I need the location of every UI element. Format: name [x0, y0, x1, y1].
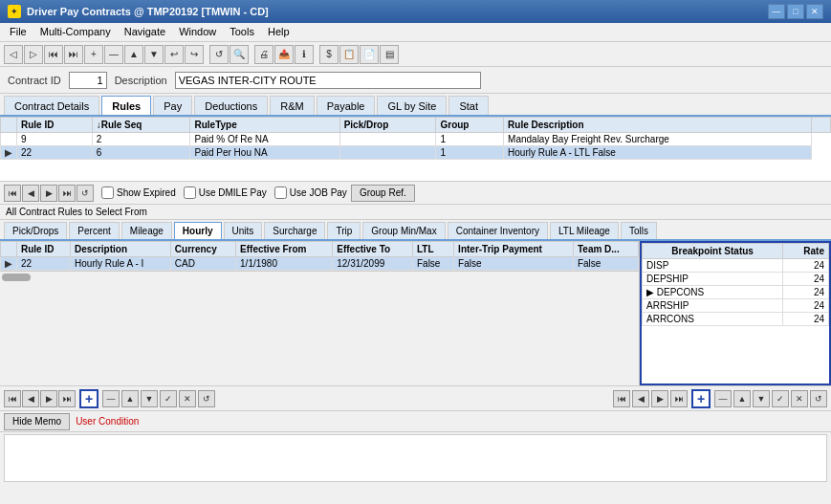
tb-redo[interactable]: ↪	[185, 45, 204, 64]
maximize-button[interactable]: □	[787, 4, 804, 19]
tb-forward[interactable]: ▷	[24, 45, 43, 64]
menu-tools[interactable]: Tools	[224, 25, 260, 39]
menu-help[interactable]: Help	[262, 25, 295, 39]
dt-col-teamd[interactable]: Team D...	[573, 242, 638, 257]
bottom-nav-down-left[interactable]: ▼	[141, 390, 158, 407]
bp-row[interactable]: ▶ DEPCONS 24	[643, 286, 829, 299]
rules-col-desc[interactable]: Rule Description	[504, 118, 812, 133]
bp-row[interactable]: DEPSHIP 24	[643, 273, 829, 286]
group-ref-button[interactable]: Group Ref.	[351, 185, 415, 202]
tb-copy[interactable]: 📋	[339, 45, 359, 64]
tb-down[interactable]: ▼	[144, 45, 164, 64]
menu-navigate[interactable]: Navigate	[119, 25, 171, 39]
tb-money[interactable]: $	[319, 45, 339, 64]
bottom-nav-refresh-left[interactable]: ↺	[198, 390, 215, 407]
inner-tab-mileage[interactable]: Mileage	[121, 222, 172, 239]
tb-print[interactable]: 🖨	[254, 45, 273, 64]
tab-payable[interactable]: Payable	[317, 96, 376, 115]
bp-row[interactable]: ARRCONS 24	[643, 313, 829, 326]
table-row[interactable]: ▶ 22 6 Paid Per Hou NA 1 Hourly Rule A -…	[1, 146, 831, 160]
description-input[interactable]	[175, 72, 481, 89]
inner-tab-units[interactable]: Units	[224, 222, 263, 239]
bp-row[interactable]: ARRSHIP 24	[643, 299, 829, 313]
tab-stat[interactable]: Stat	[448, 96, 489, 115]
dt-col-eff-to[interactable]: Effective To	[333, 242, 413, 257]
inner-tab-surcharge[interactable]: Surcharge	[264, 222, 325, 239]
add-record-button-right[interactable]: +	[691, 389, 711, 408]
tb-back[interactable]: ◁	[4, 45, 23, 64]
tab-deductions[interactable]: Deductions	[194, 96, 268, 115]
rules-col-seq[interactable]: ↓Rule Seq	[92, 118, 190, 133]
bottom-nav-prev-right[interactable]: ◀	[632, 390, 649, 407]
tab-contract-details[interactable]: Contract Details	[4, 96, 99, 115]
tb-delete[interactable]: —	[104, 45, 123, 64]
h-scroll[interactable]	[0, 271, 639, 282]
show-expired-checkbox[interactable]	[101, 186, 114, 199]
tb-add[interactable]: +	[84, 45, 103, 64]
bp-row[interactable]: DISP 24	[643, 259, 829, 273]
use-dmile-checkbox[interactable]	[184, 186, 196, 199]
rules-col-group[interactable]: Group	[436, 118, 504, 133]
inner-tab-group-minmax[interactable]: Group Min/Max	[362, 222, 445, 239]
menu-file[interactable]: File	[4, 25, 33, 39]
bottom-nav-cancel-left[interactable]: ✕	[179, 390, 196, 407]
tb-up[interactable]: ▲	[124, 45, 143, 64]
data-table-row[interactable]: ▶ 22 Hourly Rule A - I CAD 1/1/1980 12/3…	[1, 257, 639, 271]
nav-last[interactable]: ⏭	[58, 185, 76, 202]
nav-refresh[interactable]: ↺	[77, 185, 94, 202]
bottom-nav-last[interactable]: ⏭	[58, 390, 76, 407]
bottom-nav-next-right[interactable]: ▶	[651, 390, 668, 407]
contract-id-input[interactable]	[69, 72, 107, 89]
tb-export[interactable]: 📤	[274, 45, 294, 64]
bottom-nav-cancel-right[interactable]: ✕	[791, 390, 808, 407]
memo-textarea[interactable]	[4, 434, 827, 482]
inner-tab-tolls[interactable]: Tolls	[621, 222, 657, 239]
tb-last[interactable]: ⏭	[64, 45, 83, 64]
bottom-nav-prev[interactable]: ◀	[22, 390, 39, 407]
rules-col-pickdrop[interactable]: Pick/Drop	[339, 118, 436, 133]
add-record-button-left[interactable]: +	[79, 389, 98, 408]
dt-col-intertrip[interactable]: Inter-Trip Payment	[454, 242, 574, 257]
bp-col-rate[interactable]: Rate	[783, 244, 829, 259]
menu-multi-company[interactable]: Multi-Company	[34, 25, 117, 39]
inner-tab-pickdrops[interactable]: Pick/Drops	[4, 222, 67, 239]
inner-tab-trip[interactable]: Trip	[327, 222, 361, 239]
tab-gl-by-site[interactable]: GL by Site	[377, 96, 447, 115]
dt-col-eff-from[interactable]: Effective From	[236, 242, 333, 257]
bottom-nav-up-right[interactable]: ▲	[733, 390, 751, 407]
dt-col-currency[interactable]: Currency	[170, 242, 235, 257]
bottom-nav-down-right[interactable]: ▼	[753, 390, 770, 407]
rules-col-ruleid[interactable]: Rule ID	[17, 118, 93, 133]
close-button[interactable]: ✕	[806, 4, 823, 19]
inner-tab-percent[interactable]: Percent	[69, 222, 119, 239]
tab-rm[interactable]: R&M	[270, 96, 314, 115]
bottom-nav-delete-right[interactable]: —	[714, 390, 732, 407]
bottom-nav-first[interactable]: ⏮	[4, 390, 21, 407]
minimize-button[interactable]: —	[768, 4, 785, 19]
dt-col-ruleid[interactable]: Rule ID	[17, 242, 71, 257]
inner-tab-ltl-mileage[interactable]: LTL Mileage	[550, 222, 619, 239]
menu-window[interactable]: Window	[173, 25, 222, 39]
nav-first[interactable]: ⏮	[4, 185, 21, 202]
nav-next[interactable]: ▶	[40, 185, 57, 202]
inner-tab-hourly[interactable]: Hourly	[174, 222, 222, 239]
inner-tab-container-inv[interactable]: Container Inventory	[448, 222, 548, 239]
bottom-nav-check-right[interactable]: ✓	[772, 390, 789, 407]
bottom-nav-check-left[interactable]: ✓	[160, 390, 177, 407]
bottom-nav-refresh-right[interactable]: ↺	[810, 390, 827, 407]
tab-rules[interactable]: Rules	[101, 96, 151, 115]
bp-col-status[interactable]: Breakpoint Status	[643, 244, 783, 259]
tb-search[interactable]: 🔍	[230, 45, 249, 64]
nav-prev[interactable]: ◀	[22, 185, 39, 202]
dt-col-ltl[interactable]: LTL	[412, 242, 453, 257]
bottom-nav-up-left[interactable]: ▲	[121, 390, 139, 407]
tb-refresh[interactable]: ↺	[209, 45, 229, 64]
tb-paste[interactable]: 📄	[360, 45, 379, 64]
bottom-nav-first-right[interactable]: ⏮	[613, 390, 630, 407]
tb-first[interactable]: ⏮	[44, 45, 63, 64]
use-job-checkbox[interactable]	[274, 186, 287, 199]
tb-extra[interactable]: ▤	[380, 45, 399, 64]
bottom-nav-next[interactable]: ▶	[40, 390, 57, 407]
bottom-nav-last-right[interactable]: ⏭	[670, 390, 688, 407]
bottom-nav-delete-left[interactable]: —	[102, 390, 120, 407]
